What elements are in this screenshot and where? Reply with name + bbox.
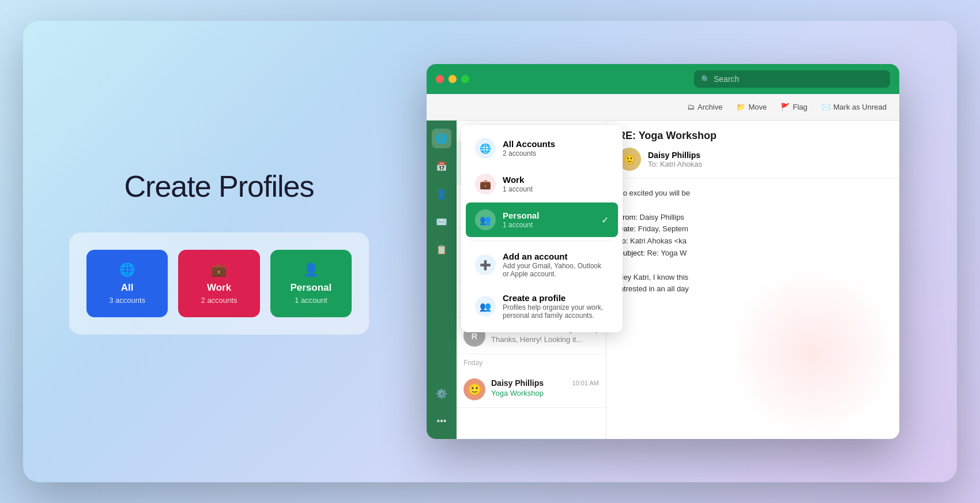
- work-subtitle: 1 account: [503, 185, 609, 193]
- archive-label: Archive: [698, 103, 722, 111]
- personal-subtitle: 1 account: [503, 221, 601, 229]
- time-daisy-friday: 10:01 AM: [572, 380, 599, 386]
- mark-unread-button[interactable]: ✉️ Mark as Unread: [816, 99, 892, 115]
- email-detail-panel: RE: Yoga Workshop 🙂 Daisy Phillips To: K…: [606, 121, 899, 439]
- dropdown-item-personal[interactable]: 👥 Personal 1 account ✓: [466, 202, 618, 237]
- all-count: 3 accounts: [109, 296, 145, 305]
- account-dropdown: 🌐 All Accounts 2 accounts 💼 Work 1 accou…: [461, 125, 623, 332]
- add-account-subtitle: Add your Gmail, Yahoo, Outlook or Apple …: [503, 262, 609, 278]
- work-count: 2 accounts: [201, 296, 238, 305]
- subject-daisy-friday: Yoga Workshop: [491, 389, 599, 397]
- create-profile-subtitle: Profiles help organize your work, person…: [503, 303, 609, 320]
- main-content: 🌐 📅 👤 ✉️ 📋 ⚙️ ••• 🌐 All Accounts: [427, 121, 899, 439]
- right-panel: 🔍 Search 🗂 Archive 📁 Move 🚩 Flag: [415, 21, 957, 482]
- mark-unread-icon: ✉️: [821, 103, 831, 111]
- all-accounts-subtitle: 2 accounts: [503, 149, 609, 157]
- personal-title: Personal: [503, 211, 601, 220]
- subject-robin: Thanks, Henry! Looking it...: [491, 335, 599, 344]
- dropdown-item-all-accounts[interactable]: 🌐 All Accounts 2 accounts: [466, 131, 618, 166]
- flag-button[interactable]: 🚩 Flag: [775, 99, 813, 115]
- toolbar: 🗂 Archive 📁 Move 🚩 Flag ✉️ Mark as Unrea…: [427, 94, 899, 121]
- detail-subject: RE: Yoga Workshop: [618, 130, 888, 142]
- detail-sender: Daisy Phillips: [648, 151, 702, 160]
- all-label: All: [121, 282, 134, 294]
- app-window: 🔍 Search 🗂 Archive 📁 Move 🚩 Flag: [427, 64, 899, 439]
- dropdown-item-add-account[interactable]: ➕ Add an account Add your Gmail, Yahoo, …: [466, 245, 618, 285]
- email-item-daisy-friday[interactable]: 🙂 Daisy Phillips 10:01 AM Yoga Workshop: [457, 371, 606, 408]
- sidebar: 🌐 📅 👤 ✉️ 📋 ⚙️ •••: [427, 121, 457, 439]
- flag-icon: 🚩: [781, 103, 790, 111]
- date-divider-friday: Friday: [457, 354, 606, 371]
- minimize-button[interactable]: [448, 75, 457, 83]
- person-icon: 👤: [303, 262, 319, 277]
- dropdown-item-create-profile[interactable]: 👥 Create a profile Profiles help organiz…: [466, 286, 618, 326]
- work-label: Work: [207, 282, 231, 294]
- selected-check-icon: ✓: [601, 215, 609, 226]
- sidebar-item-notes[interactable]: 📋: [432, 239, 451, 259]
- window-controls: [436, 75, 469, 83]
- search-bar[interactable]: 🔍 Search: [694, 70, 890, 88]
- create-profile-title: Create a profile: [503, 293, 609, 303]
- work-account-icon: 💼: [475, 174, 496, 194]
- avatar-daisy-friday: 🙂: [463, 378, 485, 400]
- work-icon: 💼: [211, 262, 227, 277]
- maximize-button[interactable]: [461, 75, 469, 83]
- detail-to: To: Katri Ahokas: [648, 160, 702, 168]
- profile-btn-work[interactable]: 💼 Work 2 accounts: [178, 250, 259, 317]
- globe-icon: 🌐: [119, 262, 135, 277]
- create-profile-icon: 👥: [475, 296, 496, 317]
- detail-body: So excited you will be From: Daisy Phill…: [606, 178, 899, 439]
- personal-label: Personal: [290, 282, 331, 294]
- add-account-icon: ➕: [475, 254, 496, 275]
- archive-icon: 🗂: [687, 103, 695, 111]
- move-icon: 📁: [736, 103, 745, 111]
- title-bar: 🔍 Search: [427, 64, 899, 94]
- search-icon: 🔍: [701, 75, 710, 84]
- dropdown-divider-1: [470, 241, 613, 241]
- mark-unread-label: Mark as Unread: [834, 103, 887, 111]
- work-title: Work: [503, 175, 609, 185]
- profile-btn-all[interactable]: 🌐 All 3 accounts: [86, 250, 168, 317]
- personal-count: 1 account: [295, 296, 327, 305]
- move-button[interactable]: 📁 Move: [730, 99, 772, 115]
- sender-daisy-friday: Daisy Phillips: [491, 378, 544, 388]
- add-account-title: Add an account: [503, 252, 609, 261]
- flag-label: Flag: [793, 103, 807, 111]
- page-title: Create Profiles: [125, 169, 314, 204]
- sidebar-item-more[interactable]: •••: [432, 411, 451, 431]
- sidebar-item-globe[interactable]: 🌐: [432, 129, 451, 148]
- personal-account-icon: 👥: [475, 209, 496, 230]
- all-accounts-title: All Accounts: [503, 139, 609, 149]
- archive-button[interactable]: 🗂 Archive: [681, 99, 728, 115]
- outer-container: Create Profiles 🌐 All 3 accounts 💼 Work …: [23, 21, 957, 482]
- profile-btn-personal[interactable]: 👤 Personal 1 account: [270, 250, 352, 317]
- profiles-card: 🌐 All 3 accounts 💼 Work 2 accounts 👤 Per…: [69, 232, 369, 335]
- close-button[interactable]: [436, 75, 444, 83]
- dropdown-item-work[interactable]: 💼 Work 1 account: [466, 167, 618, 201]
- all-accounts-icon: 🌐: [475, 138, 496, 159]
- sidebar-item-person[interactable]: 👤: [432, 184, 451, 204]
- move-label: Move: [748, 103, 767, 111]
- detail-header: RE: Yoga Workshop 🙂 Daisy Phillips To: K…: [606, 121, 899, 178]
- left-panel: Create Profiles 🌐 All 3 accounts 💼 Work …: [23, 21, 415, 482]
- search-placeholder: Search: [714, 74, 739, 84]
- sidebar-item-settings[interactable]: ⚙️: [432, 384, 451, 403]
- sidebar-item-calendar[interactable]: 📅: [432, 156, 451, 176]
- sidebar-item-mail[interactable]: ✉️: [432, 212, 451, 231]
